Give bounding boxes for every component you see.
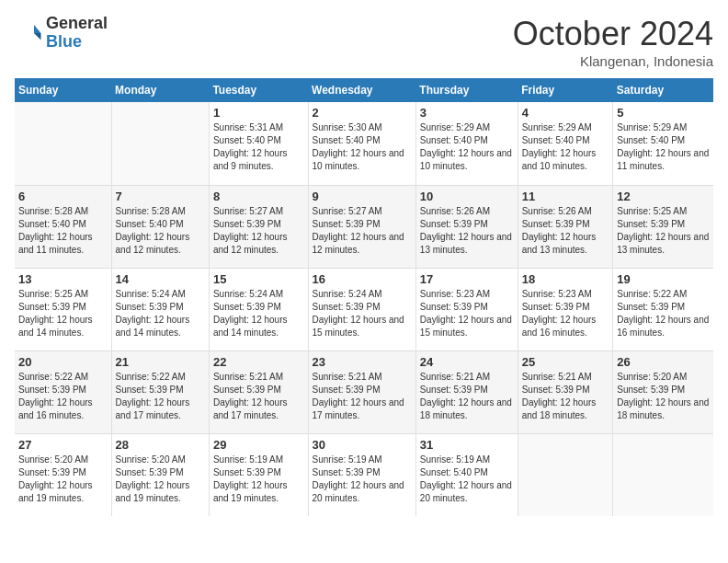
day-info: Sunrise: 5:20 AMSunset: 5:39 PMDaylight:…: [617, 371, 710, 422]
day-number: 8: [213, 190, 304, 203]
day-number: 29: [213, 438, 304, 452]
calendar-cell: 14Sunrise: 5:24 AMSunset: 5:39 PMDayligh…: [111, 268, 209, 350]
day-info: Sunrise: 5:24 AMSunset: 5:39 PMDaylight:…: [213, 288, 304, 339]
svg-marker-0: [34, 25, 41, 33]
calendar-cell: [111, 102, 209, 185]
day-number: 15: [213, 272, 304, 286]
calendar-cell: 17Sunrise: 5:23 AMSunset: 5:39 PMDayligh…: [415, 268, 518, 350]
day-number: 26: [617, 355, 710, 369]
day-info: Sunrise: 5:21 AMSunset: 5:39 PMDaylight:…: [420, 371, 514, 422]
day-number: 11: [522, 190, 609, 203]
calendar-cell: 8Sunrise: 5:27 AMSunset: 5:39 PMDaylight…: [209, 185, 308, 268]
calendar-cell: [15, 102, 111, 185]
day-number: 5: [617, 106, 710, 120]
location: Klangenan, Indonesia: [513, 53, 713, 69]
day-number: 19: [617, 272, 710, 286]
day-info: Sunrise: 5:21 AMSunset: 5:39 PMDaylight:…: [213, 371, 304, 422]
logo: General Blue: [15, 15, 108, 52]
day-info: Sunrise: 5:30 AMSunset: 5:40 PMDaylight:…: [313, 121, 412, 173]
day-number: 12: [617, 190, 710, 203]
header-saturday: Saturday: [613, 78, 713, 102]
day-number: 18: [522, 272, 609, 286]
page-header: General Blue October 2024 Klangenan, Ind…: [15, 15, 713, 69]
calendar-header-row: SundayMondayTuesdayWednesdayThursdayFrid…: [15, 78, 713, 102]
day-info: Sunrise: 5:20 AMSunset: 5:39 PMDaylight:…: [18, 454, 108, 505]
day-number: 3: [420, 106, 514, 120]
day-info: Sunrise: 5:26 AMSunset: 5:39 PMDaylight:…: [522, 205, 609, 257]
day-number: 25: [522, 355, 609, 369]
day-number: 23: [313, 355, 412, 369]
calendar-cell: 29Sunrise: 5:19 AMSunset: 5:39 PMDayligh…: [209, 433, 308, 516]
header-wednesday: Wednesday: [308, 78, 415, 102]
logo-icon: [15, 19, 42, 47]
day-number: 21: [116, 355, 205, 369]
calendar-week-row: 27Sunrise: 5:20 AMSunset: 5:39 PMDayligh…: [15, 433, 713, 516]
calendar-week-row: 20Sunrise: 5:22 AMSunset: 5:39 PMDayligh…: [15, 350, 713, 433]
day-info: Sunrise: 5:21 AMSunset: 5:39 PMDaylight:…: [313, 371, 412, 422]
calendar-cell: 23Sunrise: 5:21 AMSunset: 5:39 PMDayligh…: [308, 350, 415, 433]
day-info: Sunrise: 5:29 AMSunset: 5:40 PMDaylight:…: [420, 121, 514, 173]
calendar-cell: 13Sunrise: 5:25 AMSunset: 5:39 PMDayligh…: [15, 268, 111, 350]
day-number: 27: [18, 438, 108, 452]
day-number: 31: [420, 438, 514, 452]
day-info: Sunrise: 5:23 AMSunset: 5:39 PMDaylight:…: [522, 288, 609, 339]
calendar-week-row: 6Sunrise: 5:28 AMSunset: 5:40 PMDaylight…: [15, 185, 713, 268]
day-info: Sunrise: 5:27 AMSunset: 5:39 PMDaylight:…: [213, 205, 304, 257]
calendar-cell: 26Sunrise: 5:20 AMSunset: 5:39 PMDayligh…: [613, 350, 713, 433]
day-info: Sunrise: 5:25 AMSunset: 5:39 PMDaylight:…: [617, 205, 710, 257]
day-number: 7: [116, 190, 205, 203]
calendar-cell: 5Sunrise: 5:29 AMSunset: 5:40 PMDaylight…: [613, 102, 713, 185]
calendar-cell: 18Sunrise: 5:23 AMSunset: 5:39 PMDayligh…: [518, 268, 613, 350]
day-number: 9: [313, 190, 412, 203]
day-number: 17: [420, 272, 514, 286]
calendar-cell: 28Sunrise: 5:20 AMSunset: 5:39 PMDayligh…: [111, 433, 209, 516]
calendar-cell: 7Sunrise: 5:28 AMSunset: 5:40 PMDaylight…: [111, 185, 209, 268]
day-info: Sunrise: 5:24 AMSunset: 5:39 PMDaylight:…: [313, 288, 412, 339]
day-number: 24: [420, 355, 514, 369]
calendar-cell: 4Sunrise: 5:29 AMSunset: 5:40 PMDaylight…: [518, 102, 613, 185]
calendar-cell: 12Sunrise: 5:25 AMSunset: 5:39 PMDayligh…: [613, 185, 713, 268]
day-info: Sunrise: 5:25 AMSunset: 5:39 PMDaylight:…: [18, 288, 108, 339]
day-info: Sunrise: 5:19 AMSunset: 5:40 PMDaylight:…: [420, 454, 514, 505]
header-sunday: Sunday: [15, 78, 111, 102]
day-number: 10: [420, 190, 514, 203]
header-friday: Friday: [518, 78, 613, 102]
calendar-cell: 25Sunrise: 5:21 AMSunset: 5:39 PMDayligh…: [518, 350, 613, 433]
calendar-cell: [613, 433, 713, 516]
day-number: 22: [213, 355, 304, 369]
calendar-cell: 27Sunrise: 5:20 AMSunset: 5:39 PMDayligh…: [15, 433, 111, 516]
day-number: 6: [18, 190, 108, 203]
calendar-week-row: 13Sunrise: 5:25 AMSunset: 5:39 PMDayligh…: [15, 268, 713, 350]
day-number: 2: [313, 106, 412, 120]
header-thursday: Thursday: [415, 78, 518, 102]
day-info: Sunrise: 5:20 AMSunset: 5:39 PMDaylight:…: [116, 454, 205, 505]
calendar-cell: 19Sunrise: 5:22 AMSunset: 5:39 PMDayligh…: [613, 268, 713, 350]
day-info: Sunrise: 5:28 AMSunset: 5:40 PMDaylight:…: [116, 205, 205, 257]
calendar-table: SundayMondayTuesdayWednesdayThursdayFrid…: [15, 78, 713, 516]
day-info: Sunrise: 5:31 AMSunset: 5:40 PMDaylight:…: [213, 121, 304, 173]
calendar-cell: 30Sunrise: 5:19 AMSunset: 5:39 PMDayligh…: [308, 433, 415, 516]
calendar-cell: 15Sunrise: 5:24 AMSunset: 5:39 PMDayligh…: [209, 268, 308, 350]
header-monday: Monday: [111, 78, 209, 102]
day-number: 20: [18, 355, 108, 369]
svg-marker-1: [34, 33, 41, 40]
logo-text: General Blue: [46, 15, 108, 52]
header-tuesday: Tuesday: [209, 78, 308, 102]
day-number: 16: [313, 272, 412, 286]
day-info: Sunrise: 5:22 AMSunset: 5:39 PMDaylight:…: [18, 371, 108, 422]
day-number: 1: [213, 106, 304, 120]
day-number: 14: [116, 272, 205, 286]
calendar-cell: 11Sunrise: 5:26 AMSunset: 5:39 PMDayligh…: [518, 185, 613, 268]
calendar-cell: 24Sunrise: 5:21 AMSunset: 5:39 PMDayligh…: [415, 350, 518, 433]
calendar-cell: 9Sunrise: 5:27 AMSunset: 5:39 PMDaylight…: [308, 185, 415, 268]
calendar-cell: 16Sunrise: 5:24 AMSunset: 5:39 PMDayligh…: [308, 268, 415, 350]
month-title: October 2024: [513, 15, 713, 53]
day-info: Sunrise: 5:22 AMSunset: 5:39 PMDaylight:…: [617, 288, 710, 339]
calendar-cell: 3Sunrise: 5:29 AMSunset: 5:40 PMDaylight…: [415, 102, 518, 185]
day-info: Sunrise: 5:22 AMSunset: 5:39 PMDaylight:…: [116, 371, 205, 422]
day-info: Sunrise: 5:27 AMSunset: 5:39 PMDaylight:…: [313, 205, 412, 257]
day-info: Sunrise: 5:21 AMSunset: 5:39 PMDaylight:…: [522, 371, 609, 422]
day-info: Sunrise: 5:23 AMSunset: 5:39 PMDaylight:…: [420, 288, 514, 339]
day-info: Sunrise: 5:28 AMSunset: 5:40 PMDaylight:…: [18, 205, 108, 257]
day-info: Sunrise: 5:24 AMSunset: 5:39 PMDaylight:…: [116, 288, 205, 339]
